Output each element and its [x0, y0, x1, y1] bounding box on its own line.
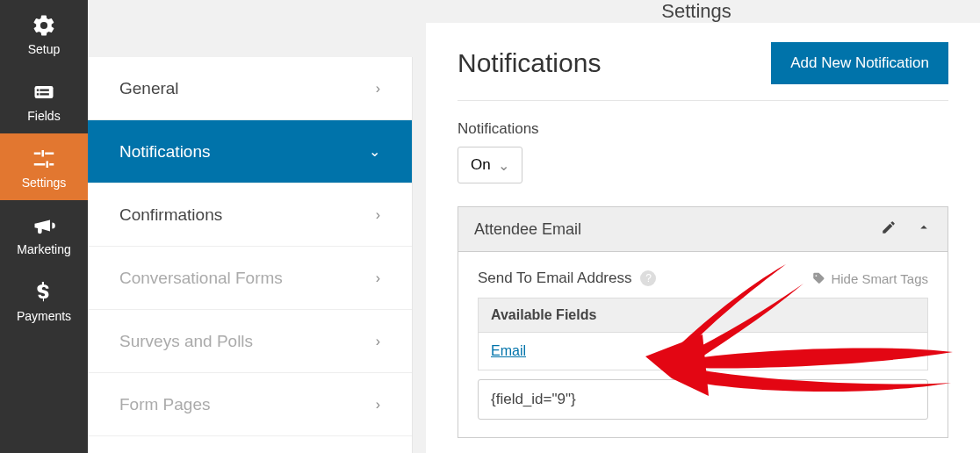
notification-panel: Attendee Email Send To Email Address ?	[458, 206, 948, 438]
sidebar-item-notifications[interactable]: Notifications ⌄	[88, 120, 412, 183]
chevron-right-icon: ›	[376, 81, 380, 97]
send-to-label: Send To Email Address ?	[478, 270, 656, 287]
svg-rect-1	[37, 90, 39, 91]
sidebar-item-confirmations[interactable]: Confirmations ›	[88, 183, 412, 247]
add-new-notification-button[interactable]: Add New Notification	[771, 42, 948, 84]
notifications-status-label: Notifications	[458, 120, 948, 138]
tag-icon	[812, 272, 825, 285]
chevron-right-icon: ›	[376, 397, 380, 413]
nav-marketing[interactable]: Marketing	[0, 200, 88, 267]
hide-smart-tags-text: Hide Smart Tags	[831, 271, 928, 286]
main-column: Settings Notifications Add New Notificat…	[413, 0, 980, 453]
topbar-title: Settings	[661, 0, 731, 23]
nav-setup[interactable]: Setup	[0, 0, 88, 67]
settings-sidebar-column: General › Notifications ⌄ Confirmations …	[88, 0, 413, 453]
sidebar-item-label: Confirmations	[119, 205, 222, 225]
sliders-icon	[0, 146, 88, 172]
notifications-status-select[interactable]: On ⌄	[458, 147, 522, 183]
available-field-email-link[interactable]: Email	[491, 343, 526, 358]
nav-marketing-label: Marketing	[0, 242, 88, 256]
chevron-right-icon: ›	[376, 270, 380, 286]
nav-settings-label: Settings	[0, 176, 88, 190]
nav-settings[interactable]: Settings	[0, 133, 88, 200]
notification-panel-title: Attendee Email	[474, 220, 581, 239]
nav-setup-label: Setup	[0, 42, 88, 56]
chevron-down-icon: ⌄	[498, 157, 509, 174]
send-to-label-text: Send To Email Address	[478, 270, 631, 287]
nav-payments-label: Payments	[0, 309, 88, 323]
sidebar-item-label: Notifications	[119, 142, 211, 162]
hide-smart-tags-link[interactable]: Hide Smart Tags	[812, 271, 928, 286]
chevron-right-icon: ›	[376, 334, 380, 349]
sidebar-item-conversational-forms[interactable]: Conversational Forms ›	[88, 247, 412, 310]
page-title: Notifications	[458, 48, 601, 78]
top-bar: Settings	[413, 0, 980, 23]
svg-rect-2	[40, 90, 49, 91]
help-icon[interactable]: ?	[640, 270, 656, 286]
svg-rect-3	[37, 93, 39, 95]
edit-icon[interactable]	[881, 219, 897, 239]
sidebar-item-general[interactable]: General ›	[88, 57, 412, 120]
settings-sidebar: General › Notifications ⌄ Confirmations …	[88, 57, 413, 453]
nav-fields[interactable]: Fields	[0, 67, 88, 133]
notifications-status-value: On	[471, 156, 491, 174]
nav-fields-label: Fields	[0, 109, 88, 123]
svg-rect-0	[35, 86, 54, 98]
sidebar-item-label: Form Pages	[119, 395, 210, 414]
chevron-right-icon: ›	[376, 207, 380, 223]
svg-rect-4	[40, 93, 49, 95]
sidebar-item-form-pages[interactable]: Form Pages ›	[88, 373, 412, 436]
chevron-up-icon[interactable]	[916, 219, 932, 239]
main-panel: Notifications Add New Notification Notif…	[426, 23, 980, 453]
list-icon	[0, 79, 88, 105]
chevron-down-icon: ⌄	[369, 143, 380, 160]
send-to-email-input[interactable]	[478, 379, 928, 420]
bullhorn-icon	[0, 212, 88, 239]
dollar-icon	[0, 279, 88, 306]
sidebar-item-label: Surveys and Polls	[119, 332, 253, 351]
sidebar-item-label: Conversational Forms	[119, 269, 283, 288]
available-fields-header: Available Fields	[479, 298, 927, 333]
sidebar-item-label: General	[119, 79, 179, 98]
available-fields-box: Available Fields Email	[478, 298, 928, 370]
gear-icon	[0, 12, 88, 39]
sidebar-item-surveys-polls[interactable]: Surveys and Polls ›	[88, 310, 412, 373]
nav-payments[interactable]: Payments	[0, 267, 88, 334]
left-nav: Setup Fields Settings Marketing Payments	[0, 0, 88, 453]
available-field-item: Email	[479, 333, 927, 370]
